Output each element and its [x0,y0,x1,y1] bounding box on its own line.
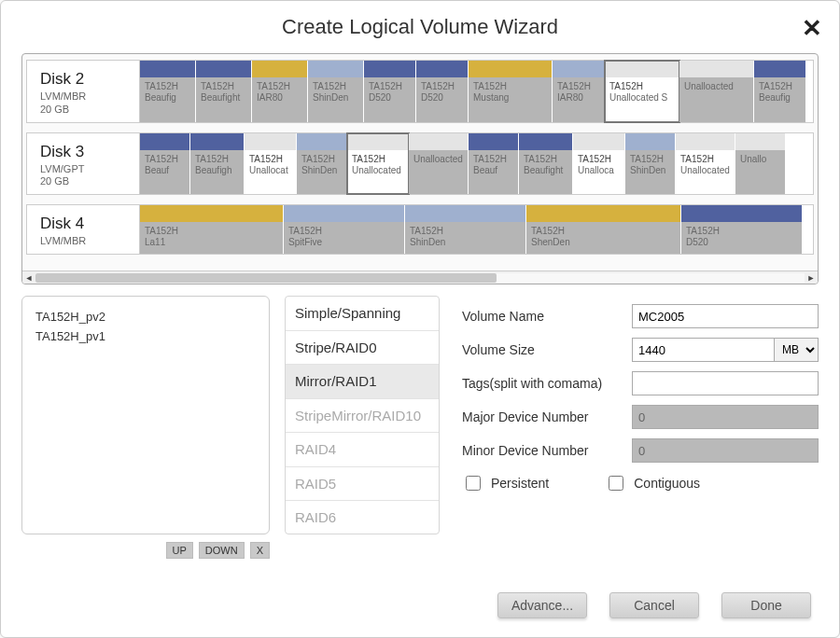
partition-header [245,133,296,150]
partition-body: TA152HD520 [681,222,802,254]
disk-meta: LVM/MBR20 GB [40,90,130,117]
raid-level-item[interactable]: Simple/Spanning [286,297,439,331]
partition-header [735,133,785,150]
partition[interactable]: TA152HUnallocated [676,133,735,195]
disk-name: Disk 4 [40,215,130,233]
partition[interactable]: TA152HBeaufight [519,133,573,195]
partition-body: TA152HUnallocated [347,150,408,195]
minor-device-label: Minor Device Number [462,443,632,458]
partition[interactable]: TA152HD520 [416,61,469,122]
partition[interactable]: Unallo [735,133,786,195]
partition[interactable]: TA152HBeaufig [754,61,806,122]
partition-header [416,61,468,77]
partition-header [284,205,404,222]
remove-button[interactable]: X [250,542,270,559]
contiguous-checkbox[interactable] [609,476,623,491]
disks-panel: Disk 2LVM/MBR20 GBTA152HBeaufigTA152HBea… [21,53,819,284]
partition-header [681,205,802,222]
partition[interactable]: TA152HShinDen [625,133,676,195]
partition[interactable]: Unalloacted [409,133,469,195]
volume-size-input[interactable] [632,338,775,362]
pv-item[interactable]: TA152H_pv2 [35,308,256,327]
advance-button[interactable]: Advance... [497,592,587,618]
partition[interactable]: TA152HBeaufight [196,61,252,122]
partition[interactable]: TA152HIAR80 [553,61,605,122]
partition-header [405,205,525,222]
partition-body: TA152HUnallocated S [605,77,679,122]
partition-header [519,133,572,150]
scroll-right-icon[interactable]: ► [805,272,818,284]
scroll-track[interactable] [35,273,805,283]
partition-header [573,133,624,150]
partition[interactable]: TA152HBeauf [469,133,519,195]
disk-header[interactable]: Disk 4LVM/MBR [26,204,140,255]
partition-header [297,133,346,150]
partition-body: TA152HIAR80 [553,77,604,122]
scroll-thumb[interactable] [35,273,497,283]
size-unit-select[interactable]: MB [775,338,819,362]
partition[interactable]: TA152HUnallocated [347,133,409,195]
partition[interactable]: TA152HBeaufig [140,61,196,122]
partition-header [140,61,195,77]
volume-size-label: Volume Size [462,342,632,357]
done-button[interactable]: Done [721,592,811,618]
partition[interactable]: TA152HBeauf [140,133,190,195]
cancel-button[interactable]: Cancel [609,592,699,618]
partition[interactable]: TA152HShinDen [297,133,347,195]
pv-item[interactable]: TA152H_pv1 [35,327,256,347]
disk-header[interactable]: Disk 3LVM/GPT20 GB [26,132,140,196]
raid-level-item: RAID6 [286,501,439,534]
down-button[interactable]: DOWN [199,542,245,559]
raid-level-list: Simple/SpanningStripe/RAID0Mirror/RAID1S… [285,296,440,534]
partition[interactable]: TA152HUnalloca [573,133,625,195]
partition[interactable]: TA152HMustang [469,61,553,122]
contiguous-checkbox-wrap[interactable]: Contiguous [605,473,700,493]
partition[interactable]: TA152HShinDen [308,61,364,122]
horizontal-scrollbar[interactable]: ◄ ► [22,270,818,284]
partition-header [409,133,468,150]
disk-header[interactable]: Disk 2LVM/MBR20 GB [26,60,140,123]
disk-name: Disk 3 [40,143,130,161]
partition[interactable]: TA152HUnallocat [245,133,297,195]
partition-body: TA152HUnallocat [245,150,296,195]
partition-header [605,61,679,77]
raid-level-item[interactable]: Stripe/RAID0 [286,331,439,366]
partition-header [553,61,604,77]
partition-body: TA152HBeaufight [519,150,572,195]
major-device-input [632,405,819,429]
disk-meta: LVM/MBR [40,235,130,248]
partition-body: TA152HBeaufig [140,77,195,122]
volume-name-label: Volume Name [462,309,632,324]
partition[interactable]: TA152HSpitFive [284,205,405,254]
partition[interactable]: Unalloacted [679,61,754,122]
disk-row: Disk 3LVM/GPT20 GBTA152HBeaufTA152HBeauf… [26,132,814,196]
partition[interactable]: TA152HD520 [681,205,803,254]
up-button[interactable]: UP [166,542,193,559]
close-icon[interactable]: ✕ [802,14,822,43]
partition[interactable]: TA152HIAR80 [252,61,308,122]
volume-name-input[interactable] [632,304,819,328]
pv-list-panel[interactable]: TA152H_pv2TA152H_pv1 [21,296,270,534]
partition-header [469,133,518,150]
scroll-left-icon[interactable]: ◄ [22,272,35,284]
partition-header [754,61,805,77]
partition-header [526,205,680,222]
partition-body: TA152HBeauf [140,150,189,195]
partition-body: TA152HD520 [364,77,415,122]
persistent-checkbox-wrap[interactable]: Persistent [462,473,549,493]
partition-header [347,133,408,150]
partition-body: TA152HUnalloca [573,150,624,195]
partition[interactable]: TA152HBeaufigh [190,133,245,195]
disks-scroll[interactable]: Disk 2LVM/MBR20 GBTA152HBeaufigTA152HBea… [22,54,818,284]
disk-row: Disk 2LVM/MBR20 GBTA152HBeaufigTA152HBea… [26,60,814,123]
persistent-checkbox[interactable] [466,476,481,491]
partition[interactable]: TA152HD520 [364,61,416,122]
partition[interactable]: TA152HUnallocated S [605,61,679,122]
partition[interactable]: TA152HShenDen [526,205,681,254]
partition[interactable]: TA152HShinDen [405,205,526,254]
partition[interactable]: TA152HLa11 [140,205,284,254]
partition-body: TA152HShenDen [526,222,680,254]
tags-input[interactable] [632,371,819,395]
raid-level-item[interactable]: Mirror/RAID1 [286,365,439,399]
disk-partitions: TA152HBeaufTA152HBeaufighTA152HUnallocat… [140,132,814,196]
